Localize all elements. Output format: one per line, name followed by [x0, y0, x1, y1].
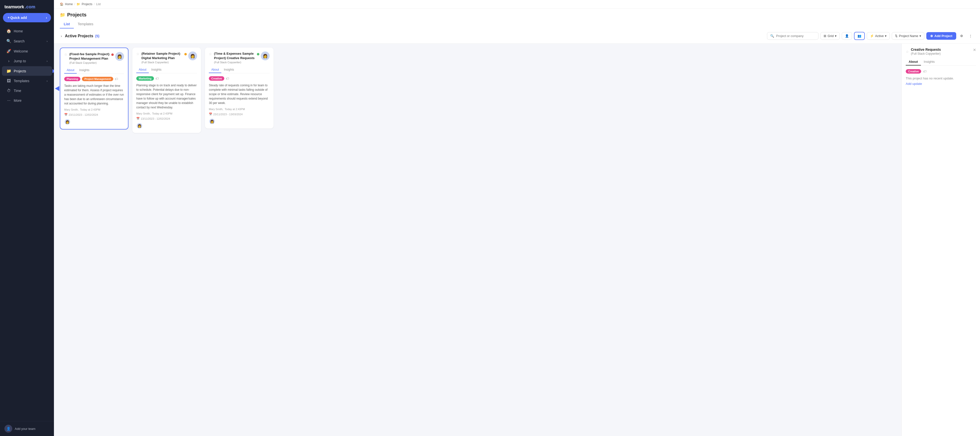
- tag-add-icon[interactable]: 🏷: [226, 76, 229, 80]
- team-view-button[interactable]: 👥: [854, 32, 865, 40]
- breadcrumb-home[interactable]: Home: [65, 2, 73, 6]
- card-avatar: 👩: [188, 51, 197, 60]
- chevron-down-icon: ▾: [920, 34, 921, 38]
- star-icon[interactable]: ☆: [64, 53, 67, 64]
- sidebar-item-templates[interactable]: 🖼 Templates ›: [2, 76, 52, 86]
- card-tab-about[interactable]: About: [209, 67, 221, 73]
- breadcrumb-projects[interactable]: Projects: [82, 2, 92, 6]
- card-subtitle: (Full Stack Copywriter): [69, 61, 111, 64]
- card-header-right: 👩: [111, 52, 124, 61]
- plus-icon: ＋: [7, 16, 10, 20]
- sidebar-item-label: Projects: [14, 69, 26, 73]
- quick-add-button[interactable]: ＋ Quick add ›: [3, 13, 51, 22]
- tag-project-management[interactable]: Project Management: [82, 77, 113, 81]
- logo-dot: .com: [25, 5, 35, 10]
- star-icon[interactable]: ☆: [209, 52, 212, 64]
- tab-list[interactable]: List: [60, 20, 74, 29]
- sidebar-item-projects[interactable]: 📁 Projects: [2, 66, 52, 76]
- toolbar-right: 🔍 ⊞ Grid ▾ 👤 👥 ⚡ Active ▾: [767, 32, 974, 40]
- people-icon: 👥: [858, 34, 861, 38]
- panel-title-text: Creative Requests (Full Stack Copywriter…: [911, 48, 941, 56]
- star-icon[interactable]: ☆: [136, 52, 140, 64]
- card-subtitle: (Full Stack Copywriter): [142, 61, 185, 64]
- member-avatar: 👩: [64, 119, 71, 125]
- logo: teamwork.com: [0, 0, 54, 13]
- sidebar: teamwork.com ＋ Quick add › 🏠 Home 🔍 Sear…: [0, 0, 54, 436]
- panel-tabs: About Insights: [906, 58, 976, 66]
- card-tab-about[interactable]: About: [64, 67, 77, 73]
- sidebar-item-label: Templates: [14, 79, 29, 83]
- sidebar-item-more[interactable]: ··· More: [2, 96, 52, 105]
- tag-add-icon[interactable]: 🏷: [115, 77, 118, 81]
- search-input[interactable]: [776, 34, 815, 38]
- close-panel-button[interactable]: ✕: [973, 48, 976, 52]
- sidebar-bottom: 👤 Add your team: [0, 421, 54, 436]
- panel-title-row: ☆ Creative Requests (Full Stack Copywrit…: [906, 48, 941, 56]
- card-description: Tasks are taking much longer than the ti…: [64, 84, 124, 106]
- section-title-group: › Active Projects (5): [60, 33, 99, 39]
- card-subtitle: (Full Stack Copywriter): [214, 61, 257, 64]
- tag-row: Marketing 🏷: [136, 76, 197, 81]
- collapse-button[interactable]: ›: [60, 33, 63, 39]
- project-card-1: ☆ (Fixed-fee Sample Project) Project Man…: [60, 48, 129, 129]
- active-label: Active: [875, 34, 884, 38]
- panel-tag-creative[interactable]: Creative: [906, 69, 921, 73]
- grid-view-button[interactable]: ⊞ Grid ▾: [821, 32, 840, 40]
- filter-button[interactable]: ⚙: [958, 33, 965, 39]
- sort-button[interactable]: ⇅ Project Name ▾: [892, 32, 924, 40]
- more-options-button[interactable]: ⋮: [967, 33, 974, 39]
- breadcrumb-home-icon: 🏠: [60, 2, 64, 6]
- tag-creative[interactable]: Creative: [209, 76, 224, 81]
- add-team-button[interactable]: 👤 Add your team: [5, 425, 49, 433]
- toolbar: › Active Projects (5) 🔍 ⊞ Grid ▾ 👤 👥: [54, 29, 980, 44]
- card-tab-insights[interactable]: Insights: [221, 67, 236, 73]
- card-footer: 👩: [136, 123, 197, 129]
- sidebar-item-welcome[interactable]: 🚀 Welcome: [2, 46, 52, 56]
- panel-header: ☆ Creative Requests (Full Stack Copywrit…: [906, 48, 976, 56]
- sidebar-item-search[interactable]: 🔍 Search ›: [2, 36, 52, 46]
- card-tab-insights[interactable]: Insights: [149, 67, 164, 73]
- card-footer: 👩: [64, 119, 124, 125]
- search-icon: 🔍: [770, 34, 774, 38]
- chevron-right-icon: ›: [46, 40, 48, 43]
- tag-add-icon[interactable]: 🏷: [156, 76, 159, 80]
- sort-icon: ⇅: [895, 34, 898, 38]
- sidebar-item-jump-to[interactable]: › Jump to ›: [2, 56, 52, 66]
- add-project-button[interactable]: ⊕ Add Project: [926, 32, 956, 40]
- chevron-down-icon: ▾: [885, 34, 887, 38]
- people-filter-button[interactable]: 👤: [842, 32, 852, 40]
- chevron-right-icon: ›: [46, 60, 48, 62]
- chevron-right-icon: ›: [46, 16, 47, 20]
- panel-title-section: ☆ Creative Requests (Full Stack Copywrit…: [906, 48, 941, 56]
- panel-no-update: This project has no recent update.: [906, 76, 976, 80]
- active-filter-button[interactable]: ⚡ Active ▾: [867, 32, 890, 40]
- templates-icon: 🖼: [6, 79, 11, 83]
- panel-tag-add-icon[interactable]: 🏷: [923, 69, 927, 73]
- add-team-avatar: 👤: [5, 425, 12, 433]
- tag-row: Planning Project Management 🏷: [64, 77, 124, 81]
- card-title: (Fixed-fee Sample Project) Project Manag…: [69, 52, 111, 61]
- content-area: ☆ (Fixed-fee Sample Project) Project Man…: [54, 44, 980, 436]
- page-title-row: 📁 Projects: [60, 12, 974, 18]
- panel-tag-row: Creative 🏷: [906, 69, 976, 73]
- star-icon[interactable]: ☆: [906, 50, 909, 54]
- panel-add-update-link[interactable]: Add update: [906, 82, 922, 86]
- tag-planning[interactable]: Planning: [64, 77, 80, 81]
- calendar-icon: 📅: [136, 117, 140, 120]
- panel-tab-about[interactable]: About: [906, 58, 921, 65]
- card-tab-insights[interactable]: Insights: [77, 67, 92, 73]
- sidebar-item-home[interactable]: 🏠 Home: [2, 26, 52, 36]
- tab-templates[interactable]: Templates: [74, 20, 97, 29]
- card-title: (Time & Expenses Sample Project) Creativ…: [214, 51, 257, 60]
- projects-grid: ☆ (Fixed-fee Sample Project) Project Man…: [60, 48, 896, 432]
- card-date: 📅 23/11/2023 - 12/02/2024: [64, 113, 124, 116]
- calendar-icon: 📅: [64, 113, 68, 116]
- panel-tab-insights[interactable]: Insights: [921, 58, 938, 65]
- card-tab-about[interactable]: About: [136, 67, 149, 73]
- tag-marketing[interactable]: Marketing: [136, 76, 154, 81]
- sidebar-item-label: Jump to: [14, 59, 26, 63]
- search-box[interactable]: 🔍: [767, 32, 818, 40]
- sidebar-item-time[interactable]: ⏱ Time: [2, 86, 52, 95]
- sort-label: Project Name: [899, 34, 918, 38]
- calendar-icon: 📅: [209, 113, 212, 116]
